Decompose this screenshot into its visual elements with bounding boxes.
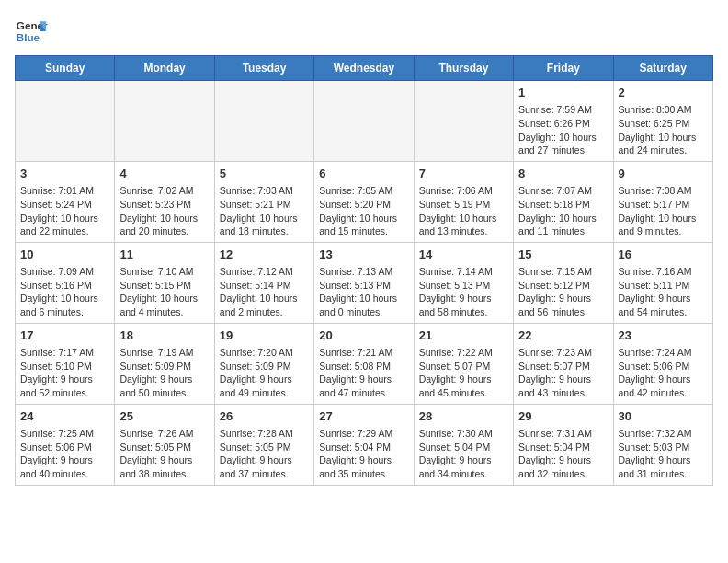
day-info: Sunrise: 7:26 AM Sunset: 5:05 PM Dayligh… [119,427,209,481]
calendar-day: 1Sunrise: 7:59 AM Sunset: 6:26 PM Daylig… [514,81,613,162]
svg-text:Blue: Blue [17,31,40,43]
day-number: 25 [119,408,209,425]
calendar-day [314,81,414,162]
day-number: 20 [319,327,408,344]
calendar-day: 16Sunrise: 7:16 AM Sunset: 5:11 PM Dayli… [613,242,712,323]
calendar-day: 8Sunrise: 7:07 AM Sunset: 5:18 PM Daylig… [514,161,613,242]
day-number: 9 [619,166,708,182]
calendar-day: 29Sunrise: 7:31 AM Sunset: 5:04 PM Dayli… [514,404,613,485]
calendar-week-2: 3Sunrise: 7:01 AM Sunset: 5:24 PM Daylig… [16,161,713,242]
day-number: 2 [619,85,708,101]
day-info: Sunrise: 7:01 AM Sunset: 5:24 PM Dayligh… [20,184,109,238]
day-info: Sunrise: 7:07 AM Sunset: 5:18 PM Dayligh… [518,184,608,238]
calendar-day: 14Sunrise: 7:14 AM Sunset: 5:13 PM Dayli… [414,242,513,323]
calendar-day [214,81,313,162]
calendar-day: 22Sunrise: 7:23 AM Sunset: 5:07 PM Dayli… [514,323,613,404]
day-info: Sunrise: 7:20 AM Sunset: 5:09 PM Dayligh… [220,346,309,400]
day-number: 15 [518,247,608,263]
day-number: 5 [220,166,309,182]
calendar-day: 28Sunrise: 7:30 AM Sunset: 5:04 PM Dayli… [414,404,513,485]
calendar-day: 23Sunrise: 7:24 AM Sunset: 5:06 PM Dayli… [613,323,712,404]
day-number: 16 [619,247,708,263]
day-number: 17 [20,327,109,344]
day-number: 26 [220,408,309,425]
day-info: Sunrise: 7:14 AM Sunset: 5:13 PM Dayligh… [419,265,508,319]
day-info: Sunrise: 7:09 AM Sunset: 5:16 PM Dayligh… [20,265,109,319]
day-info: Sunrise: 7:31 AM Sunset: 5:04 PM Dayligh… [518,427,608,481]
page-header: General Blue [15,15,713,48]
calendar-day [414,81,513,162]
day-number: 10 [20,247,109,263]
calendar-week-5: 24Sunrise: 7:25 AM Sunset: 5:06 PM Dayli… [16,404,713,485]
day-info: Sunrise: 7:32 AM Sunset: 5:03 PM Dayligh… [619,427,708,481]
day-number: 6 [319,166,408,182]
calendar-week-4: 17Sunrise: 7:17 AM Sunset: 5:10 PM Dayli… [16,323,713,404]
day-info: Sunrise: 7:10 AM Sunset: 5:15 PM Dayligh… [119,265,209,319]
day-info: Sunrise: 7:03 AM Sunset: 5:21 PM Dayligh… [220,184,309,238]
day-info: Sunrise: 7:24 AM Sunset: 5:06 PM Dayligh… [619,346,708,400]
day-info: Sunrise: 7:21 AM Sunset: 5:08 PM Dayligh… [319,346,408,400]
day-number: 18 [119,327,209,344]
day-number: 23 [619,327,708,344]
day-number: 30 [619,408,708,425]
calendar-day: 11Sunrise: 7:10 AM Sunset: 5:15 PM Dayli… [115,242,214,323]
calendar-week-3: 10Sunrise: 7:09 AM Sunset: 5:16 PM Dayli… [16,242,713,323]
calendar-day: 9Sunrise: 7:08 AM Sunset: 5:17 PM Daylig… [613,161,712,242]
day-info: Sunrise: 7:30 AM Sunset: 5:04 PM Dayligh… [419,427,508,481]
logo: General Blue [15,15,48,48]
day-info: Sunrise: 7:25 AM Sunset: 5:06 PM Dayligh… [20,427,109,481]
calendar-day: 15Sunrise: 7:15 AM Sunset: 5:12 PM Dayli… [514,242,613,323]
day-header-friday: Friday [514,56,613,81]
calendar-day: 30Sunrise: 7:32 AM Sunset: 5:03 PM Dayli… [613,404,712,485]
day-info: Sunrise: 8:00 AM Sunset: 6:25 PM Dayligh… [619,103,708,157]
calendar-day [16,81,115,162]
calendar-day: 13Sunrise: 7:13 AM Sunset: 5:13 PM Dayli… [314,242,414,323]
calendar-day: 7Sunrise: 7:06 AM Sunset: 5:19 PM Daylig… [414,161,513,242]
calendar-day: 21Sunrise: 7:22 AM Sunset: 5:07 PM Dayli… [414,323,513,404]
day-info: Sunrise: 7:15 AM Sunset: 5:12 PM Dayligh… [518,265,608,319]
day-number: 28 [419,408,508,425]
calendar-day: 4Sunrise: 7:02 AM Sunset: 5:23 PM Daylig… [115,161,214,242]
day-info: Sunrise: 7:22 AM Sunset: 5:07 PM Dayligh… [419,346,508,400]
day-header-tuesday: Tuesday [214,56,313,81]
day-info: Sunrise: 7:28 AM Sunset: 5:05 PM Dayligh… [220,427,309,481]
day-info: Sunrise: 7:29 AM Sunset: 5:04 PM Dayligh… [319,427,408,481]
day-header-monday: Monday [115,56,214,81]
day-info: Sunrise: 7:02 AM Sunset: 5:23 PM Dayligh… [119,184,209,238]
day-number: 7 [419,166,508,182]
calendar-header-row: SundayMondayTuesdayWednesdayThursdayFrid… [16,56,713,81]
day-number: 24 [20,408,109,425]
calendar-day: 17Sunrise: 7:17 AM Sunset: 5:10 PM Dayli… [16,323,115,404]
calendar-day: 26Sunrise: 7:28 AM Sunset: 5:05 PM Dayli… [214,404,313,485]
day-header-thursday: Thursday [414,56,513,81]
calendar-day: 19Sunrise: 7:20 AM Sunset: 5:09 PM Dayli… [214,323,313,404]
calendar-week-1: 1Sunrise: 7:59 AM Sunset: 6:26 PM Daylig… [16,81,713,162]
calendar-day: 18Sunrise: 7:19 AM Sunset: 5:09 PM Dayli… [115,323,214,404]
logo-icon: General Blue [15,15,48,48]
day-number: 4 [119,166,209,182]
calendar-day: 25Sunrise: 7:26 AM Sunset: 5:05 PM Dayli… [115,404,214,485]
calendar-table: SundayMondayTuesdayWednesdayThursdayFrid… [15,55,713,486]
calendar-day: 5Sunrise: 7:03 AM Sunset: 5:21 PM Daylig… [214,161,313,242]
calendar-day: 2Sunrise: 8:00 AM Sunset: 6:25 PM Daylig… [613,81,712,162]
day-number: 22 [518,327,608,344]
day-info: Sunrise: 7:16 AM Sunset: 5:11 PM Dayligh… [619,265,708,319]
calendar-day: 10Sunrise: 7:09 AM Sunset: 5:16 PM Dayli… [16,242,115,323]
day-number: 3 [20,166,109,182]
day-number: 29 [518,408,608,425]
calendar-day: 24Sunrise: 7:25 AM Sunset: 5:06 PM Dayli… [16,404,115,485]
day-number: 14 [419,247,508,263]
calendar-day: 3Sunrise: 7:01 AM Sunset: 5:24 PM Daylig… [16,161,115,242]
calendar-day: 6Sunrise: 7:05 AM Sunset: 5:20 PM Daylig… [314,161,414,242]
day-number: 12 [220,247,309,263]
day-info: Sunrise: 7:13 AM Sunset: 5:13 PM Dayligh… [319,265,408,319]
day-header-saturday: Saturday [613,56,712,81]
day-number: 8 [518,166,608,182]
day-info: Sunrise: 7:06 AM Sunset: 5:19 PM Dayligh… [419,184,508,238]
day-header-wednesday: Wednesday [314,56,414,81]
day-number: 19 [220,327,309,344]
calendar-day: 20Sunrise: 7:21 AM Sunset: 5:08 PM Dayli… [314,323,414,404]
calendar-day: 12Sunrise: 7:12 AM Sunset: 5:14 PM Dayli… [214,242,313,323]
day-header-sunday: Sunday [16,56,115,81]
calendar-day: 27Sunrise: 7:29 AM Sunset: 5:04 PM Dayli… [314,404,414,485]
